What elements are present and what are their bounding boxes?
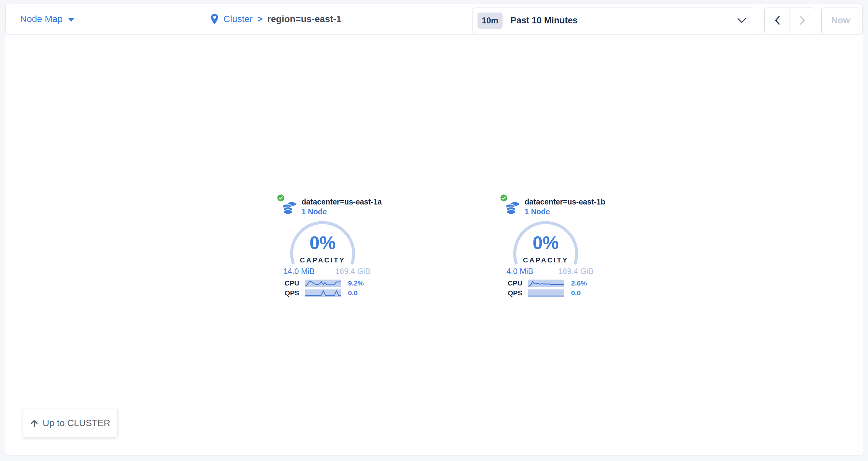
datacenter-card-us-east-1b[interactable]: datacenter=us-east-1b 1 Node 0% CAPACITY… bbox=[493, 194, 632, 302]
capacity-arc bbox=[290, 221, 355, 287]
qps-sparkline bbox=[528, 290, 564, 297]
time-next-button[interactable] bbox=[790, 8, 815, 33]
view-selector-dropdown[interactable]: Node Map bbox=[20, 4, 74, 34]
datacenter-title: datacenter=us-east-1b bbox=[525, 198, 606, 206]
qps-value: 0.0 bbox=[571, 289, 581, 297]
capacity-gauge: 0% CAPACITY bbox=[513, 221, 579, 287]
capacity-total: 169.4 GiB bbox=[558, 267, 593, 276]
cpu-value: 2.6% bbox=[571, 279, 587, 287]
breadcrumb-separator: > bbox=[257, 14, 262, 24]
capacity-label: CAPACITY bbox=[290, 256, 355, 264]
datacenter-node-count: 1 Node bbox=[302, 207, 327, 216]
time-prev-button[interactable] bbox=[765, 8, 790, 33]
breadcrumb: Cluster > region=us-east-1 bbox=[210, 4, 341, 34]
up-to-cluster-button[interactable]: Up to CLUSTER bbox=[23, 409, 118, 438]
time-window-label: Past 10 Minutes bbox=[510, 15, 729, 26]
qps-metric-row: QPS 0.0 bbox=[500, 290, 581, 297]
breadcrumb-current-region: region=us-east-1 bbox=[267, 14, 341, 24]
arrow-up-icon bbox=[30, 419, 38, 427]
time-window-selector[interactable]: 10m Past 10 Minutes bbox=[472, 7, 755, 33]
qps-label: QPS bbox=[277, 289, 299, 297]
capacity-percentage: 0% bbox=[290, 234, 355, 252]
up-to-cluster-label: Up to CLUSTER bbox=[42, 418, 110, 428]
time-pager bbox=[764, 7, 815, 33]
chevron-right-icon bbox=[800, 16, 805, 25]
qps-metric-row: QPS 0.0 bbox=[277, 290, 358, 297]
now-button[interactable]: Now bbox=[821, 7, 860, 33]
now-button-label: Now bbox=[831, 15, 850, 26]
cpu-value: 9.2% bbox=[348, 279, 364, 287]
chevron-down-icon bbox=[737, 18, 746, 23]
qps-value: 0.0 bbox=[348, 289, 358, 297]
cpu-metric-row: CPU 9.2% bbox=[277, 279, 364, 287]
datacenter-node-count: 1 Node bbox=[525, 207, 550, 216]
map-pin-icon bbox=[210, 13, 219, 25]
qps-sparkline bbox=[305, 290, 341, 297]
capacity-used: 4.0 MiB bbox=[506, 267, 533, 276]
qps-label: QPS bbox=[500, 289, 522, 297]
capacity-used: 14.0 MiB bbox=[283, 267, 315, 276]
capacity-values-row: 4.0 MiB 169.4 GiB bbox=[506, 267, 593, 276]
capacity-values-row: 14.0 MiB 169.4 GiB bbox=[283, 267, 370, 276]
header-divider bbox=[457, 7, 457, 32]
chevron-left-icon bbox=[774, 16, 780, 25]
health-check-icon bbox=[500, 194, 508, 203]
node-map-screen: Node Map Cluster > region=us-east-1 10m … bbox=[0, 0, 868, 461]
capacity-arc bbox=[513, 221, 579, 287]
node-map-panel bbox=[5, 35, 863, 455]
cpu-label: CPU bbox=[277, 279, 299, 287]
capacity-percentage: 0% bbox=[513, 234, 579, 252]
capacity-total: 169.4 GiB bbox=[335, 267, 370, 276]
capacity-label: CAPACITY bbox=[513, 256, 579, 264]
datacenter-card-us-east-1a[interactable]: datacenter=us-east-1a 1 Node 0% CAPACITY… bbox=[270, 194, 409, 302]
cpu-sparkline bbox=[305, 279, 341, 287]
datacenter-title: datacenter=us-east-1a bbox=[302, 198, 382, 206]
cpu-metric-row: CPU 2.6% bbox=[500, 279, 587, 287]
cpu-sparkline bbox=[528, 279, 564, 287]
chevron-down-icon bbox=[68, 18, 74, 22]
header-bar: Node Map Cluster > region=us-east-1 10m … bbox=[5, 4, 863, 34]
breadcrumb-cluster-link[interactable]: Cluster bbox=[223, 14, 253, 24]
cpu-label: CPU bbox=[500, 279, 522, 287]
health-check-icon bbox=[277, 194, 285, 203]
time-window-badge: 10m bbox=[477, 12, 502, 29]
view-selector-label: Node Map bbox=[20, 14, 63, 24]
capacity-gauge: 0% CAPACITY bbox=[290, 221, 355, 287]
